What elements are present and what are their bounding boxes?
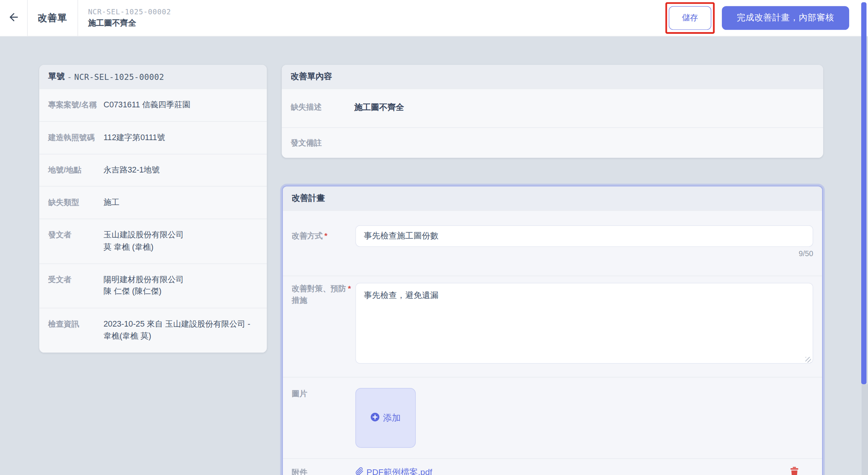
content-row-label: 缺失描述 [290, 101, 354, 114]
info-row-defect-type: 缺失類型 施工 [39, 186, 267, 218]
info-row-issuer: 發文者 玉山建設股份有限公司 莫 韋樵 (韋樵) [39, 218, 267, 263]
delete-attachment-button[interactable] [790, 467, 799, 475]
info-row-label: 地號/地點 [48, 164, 104, 176]
textarea-resize-handle[interactable] [805, 357, 811, 363]
ncr-number-value: NCR-SEL-1025-00002 [74, 72, 164, 81]
plus-circle-icon [370, 412, 380, 424]
countermeasure-textarea[interactable]: 事先檢查，避免遺漏 [355, 283, 813, 364]
app-viewport: 改善單 NCR-SEL-1025-00002 施工圖不齊全 儲存 完成改善計畫，… [0, 0, 868, 475]
info-row-value: C0731611 信義四季莊園 [104, 99, 258, 111]
plan-row-attachments: 附件 PDF範例檔案.pdf [283, 458, 822, 475]
save-button-highlight-box: 儲存 [665, 2, 715, 34]
topbar-actions: 儲存 完成改善計畫，內部審核 [665, 0, 868, 36]
page-title: 改善單 [38, 12, 67, 24]
content-row-issue-note: 發文備註 [282, 127, 823, 157]
info-row-label: 檢查資訊 [48, 318, 104, 342]
plan-row-method: 改善方式* 9/50 [283, 210, 822, 275]
attachment-file-name: PDF範例檔案.pdf [367, 467, 432, 475]
top-bar: 改善單 NCR-SEL-1025-00002 施工圖不齊全 儲存 完成改善計畫，… [0, 0, 868, 37]
info-row-value: 施工 [104, 197, 258, 209]
attachment-file-link[interactable]: PDF範例檔案.pdf [355, 467, 432, 475]
content-row-defect-description: 缺失描述 施工圖不齊全 [282, 89, 823, 127]
plan-row-countermeasure: 改善對策、預防措施* 事先檢查，避免遺漏 [283, 276, 822, 377]
back-arrow-icon [8, 11, 20, 25]
ncr-info-card-header: 單號 - NCR-SEL-1025-00002 [39, 65, 267, 89]
ncr-content-card-title: 改善單內容 [282, 65, 823, 89]
back-button[interactable] [0, 0, 28, 36]
ncr-info-card: 單號 - NCR-SEL-1025-00002 專案案號/名稱 C0731611… [39, 65, 267, 352]
info-row-label: 發文者 [48, 229, 104, 253]
info-row-label: 缺失類型 [48, 197, 104, 209]
info-row-recipient: 受文者 陽明建材股份有限公司 陳 仁傑 (陳仁傑) [39, 263, 267, 308]
info-row-label: 受文者 [48, 274, 104, 298]
info-row-label: 專案案號/名稱 [48, 99, 104, 111]
countermeasure-label: 改善對策、預防措施* [292, 283, 355, 306]
document-title: 施工圖不齊全 [88, 18, 171, 28]
ncr-number-separator: - [68, 72, 71, 81]
info-row-inspection: 檢查資訊 2023-10-25 來自 玉山建設股份有限公司 - 韋樵(韋樵 莫) [39, 308, 267, 352]
add-image-label: 添加 [383, 412, 401, 424]
add-image-button[interactable]: 添加 [355, 388, 416, 448]
info-row-value: 永吉路32-1地號 [104, 164, 258, 176]
content-row-label: 發文備註 [290, 137, 354, 149]
method-char-counter: 9/50 [799, 250, 813, 258]
document-info: NCR-SEL-1025-00002 施工圖不齊全 [88, 0, 171, 36]
plan-row-images: 圖片 添加 [283, 377, 822, 458]
info-row-label: 建造執照號碼 [48, 131, 104, 144]
improvement-plan-card: 改善計畫 改善方式* 9/50 改善對策、預防措施* [282, 185, 823, 475]
save-button[interactable]: 儲存 [669, 6, 711, 30]
page-body: 單號 - NCR-SEL-1025-00002 專案案號/名稱 C0731611… [0, 37, 868, 475]
info-row-value: 玉山建設股份有限公司 莫 韋樵 (韋樵) [104, 229, 258, 253]
info-row-value: 陽明建材股份有限公司 陳 仁傑 (陳仁傑) [104, 274, 258, 298]
attachments-label: 附件 [292, 467, 355, 475]
info-row-project: 專案案號/名稱 C0731611 信義四季莊園 [39, 89, 267, 121]
ncr-content-card: 改善單內容 缺失描述 施工圖不齊全 發文備註 [282, 65, 823, 157]
improvement-plan-card-title: 改善計畫 [283, 186, 822, 210]
scrollbar-thumb[interactable] [861, 2, 866, 384]
info-row-value: 2023-10-25 來自 玉山建設股份有限公司 - 韋樵(韋樵 莫) [104, 318, 258, 342]
images-label: 圖片 [292, 388, 355, 400]
ncr-number-label: 單號 [48, 72, 65, 82]
method-input[interactable] [355, 225, 813, 247]
required-asterisk: * [324, 230, 327, 242]
info-row-value: 112建字第0111號 [104, 131, 258, 144]
paperclip-icon [355, 467, 364, 475]
scrollbar-track[interactable] [862, 384, 868, 475]
content-row-value: 施工圖不齊全 [354, 101, 814, 114]
required-asterisk: * [348, 283, 351, 295]
method-label: 改善方式* [292, 225, 355, 242]
info-row-location: 地號/地點 永吉路32-1地號 [39, 154, 267, 186]
info-row-permit: 建造執照號碼 112建字第0111號 [39, 121, 267, 153]
trash-icon [790, 467, 799, 475]
complete-plan-submit-button[interactable]: 完成改善計畫，內部審核 [722, 6, 849, 30]
page-title-box: 改善單 [28, 0, 78, 36]
document-code: NCR-SEL-1025-00002 [88, 8, 171, 16]
content-row-value [354, 137, 814, 149]
